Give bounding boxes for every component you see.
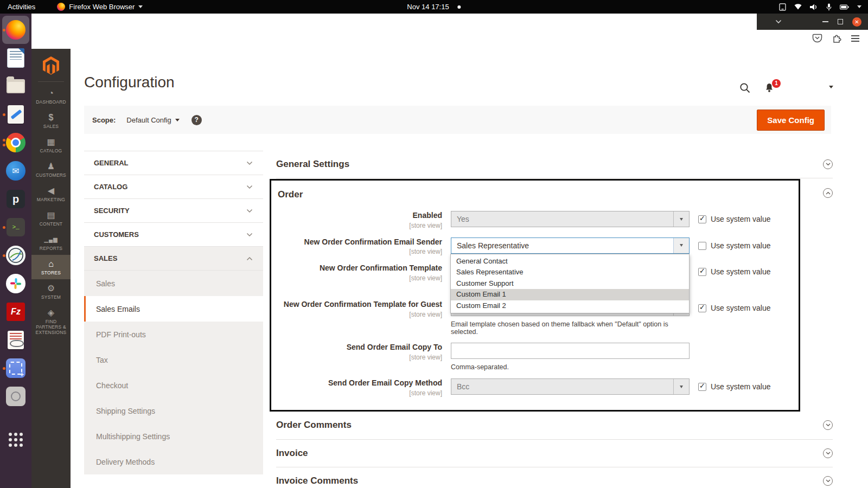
dock-p-app[interactable]: p	[2, 185, 29, 213]
save-config-button[interactable]: Save Config	[757, 110, 825, 131]
dropdown-option-highlighted[interactable]: Custom Email 1	[451, 289, 689, 300]
magento-logo[interactable]	[38, 49, 64, 82]
nav-item-sales-emails[interactable]: Sales Emails	[84, 296, 263, 322]
notification-count-badge: 1	[772, 79, 781, 88]
dropdown-option[interactable]: General Contact	[451, 256, 689, 267]
scope-help-icon[interactable]: ?	[192, 115, 202, 125]
pocket-icon[interactable]	[812, 33, 822, 43]
sidebar-item-marketing[interactable]: ◀MARKETING	[31, 182, 71, 206]
use-system-value-checkbox[interactable]: Use system value	[698, 264, 770, 292]
sidebar-item-dashboard[interactable]: ◔DASHBOARD	[31, 84, 71, 108]
sidebar-item-customers[interactable]: ♟CUSTOMERS	[31, 157, 71, 182]
dock-filezilla[interactable]: Fz	[2, 298, 29, 326]
nav-item-checkout[interactable]: Checkout	[84, 373, 263, 398]
dock-app-grid[interactable]	[2, 426, 29, 454]
nav-item-tax[interactable]: Tax	[84, 347, 263, 373]
nav-item-shipping-settings[interactable]: Shipping Settings	[84, 398, 263, 423]
firefox-toolbar-icons	[812, 33, 859, 43]
scope-switcher[interactable]: Default Config	[126, 116, 179, 124]
dock-screenshot-tool[interactable]	[2, 354, 29, 382]
chevron-down-circle-icon[interactable]	[823, 420, 833, 430]
checkbox-checked-icon[interactable]	[698, 383, 706, 391]
thunderbird-icon: ✉	[6, 161, 25, 181]
dropdown-option[interactable]: Sales Representative	[451, 267, 689, 278]
scope-label: Scope:	[92, 116, 116, 124]
chevron-up-circle-icon[interactable]	[823, 188, 833, 198]
dock-firefox[interactable]	[2, 16, 29, 44]
sidebar-item-find-partners[interactable]: ◈FIND PARTNERS & EXTENSIONS	[31, 304, 71, 339]
dock-circle-app[interactable]	[2, 241, 29, 269]
nav-item-delivery-methods[interactable]: Delivery Methods	[84, 449, 263, 474]
use-system-value-checkbox[interactable]: Use system value	[698, 237, 770, 256]
list-tabs-chevron-icon[interactable]	[775, 20, 782, 24]
use-system-value-checkbox[interactable]: Use system value	[698, 378, 770, 397]
dock-settings-app[interactable]	[2, 382, 29, 410]
nav-group-general[interactable]: GENERAL	[84, 151, 263, 175]
sidebar-item-content[interactable]: ▤CONTENT	[31, 206, 71, 230]
circle-app-icon	[6, 246, 25, 265]
restore-button[interactable]	[838, 19, 843, 24]
section-invoice-comments[interactable]: Invoice Comments	[276, 467, 833, 488]
notifications-bell-icon[interactable]: 1	[764, 82, 775, 95]
checkbox-checked-icon[interactable]	[698, 304, 706, 312]
dropdown-option[interactable]: Customer Support	[451, 278, 689, 290]
close-button[interactable]: ✕	[852, 17, 861, 27]
system-tray[interactable]	[779, 3, 861, 11]
chevron-down-circle-icon[interactable]	[823, 448, 833, 458]
clock[interactable]: Nov 14 17:15	[407, 3, 461, 11]
checkbox-checked-icon[interactable]	[698, 215, 706, 223]
nav-item-sales[interactable]: Sales	[84, 271, 263, 296]
chevron-down-icon	[246, 209, 253, 213]
email-copy-to-input[interactable]	[451, 343, 690, 359]
use-system-value-checkbox[interactable]: Use system value	[698, 300, 770, 336]
nav-group-security[interactable]: SECURITY	[84, 199, 263, 223]
search-icon[interactable]	[739, 82, 751, 96]
section-general-settings[interactable]: General Settings	[276, 151, 833, 178]
dock-libreoffice-writer[interactable]	[2, 44, 29, 72]
chevron-down-circle-icon[interactable]	[823, 159, 833, 169]
nav-group-customers[interactable]: CUSTOMERS	[84, 223, 263, 247]
checkbox-unchecked-icon[interactable]	[698, 242, 706, 250]
section-invoice[interactable]: Invoice	[276, 439, 833, 467]
section-order-comments[interactable]: Order Comments	[276, 412, 833, 439]
sidebar-item-sales[interactable]: $SALES	[31, 108, 71, 133]
checkbox-checked-icon[interactable]	[698, 268, 706, 276]
browser-viewport: ◔DASHBOARD $SALES ▦CATALOG ♟CUSTOMERS ◀M…	[31, 49, 868, 488]
nav-item-multishipping-settings[interactable]: Multishipping Settings	[84, 423, 263, 449]
clock-label: Nov 14 17:15	[407, 3, 449, 11]
extensions-puzzle-icon[interactable]	[832, 33, 842, 43]
dock-document-viewer[interactable]	[2, 326, 29, 354]
activities-button[interactable]: Activities	[8, 3, 35, 11]
chevron-down-icon	[246, 233, 253, 237]
dock-slack[interactable]	[2, 269, 29, 298]
use-system-value-checkbox[interactable]: Use system value	[698, 211, 770, 229]
sidebar-item-catalog[interactable]: ▦CATALOG	[31, 133, 71, 157]
sidebar-item-system[interactable]: ⚙SYSTEM	[31, 279, 71, 304]
dock-files[interactable]	[2, 72, 29, 100]
sidebar-item-stores[interactable]: ⌂STORES	[31, 255, 71, 279]
sidebar-item-reports[interactable]: ▁▄▆REPORTS	[31, 230, 71, 255]
email-sender-dropdown-list: General Contact Sales Representative Cus…	[450, 254, 690, 314]
find-partners-icon: ◈	[33, 308, 69, 317]
email-sender-select-open[interactable]: Sales Representative	[451, 237, 690, 254]
minimize-button[interactable]	[822, 21, 828, 22]
admin-user-caret-icon[interactable]	[829, 86, 833, 88]
dock-thunderbird[interactable]: ✉	[2, 157, 29, 185]
copy-method-select[interactable]: Bcc	[451, 378, 690, 395]
app-menu[interactable]: Firefox Web Browser	[57, 3, 143, 11]
dropdown-option[interactable]: Custom Email 2	[451, 300, 689, 312]
dashboard-icon: ◔	[33, 88, 69, 98]
nav-item-pdf-print-outs[interactable]: PDF Print-outs	[84, 322, 263, 347]
enabled-select[interactable]: Yes	[451, 211, 690, 227]
menu-hamburger-icon[interactable]	[851, 35, 859, 42]
stores-icon: ⌂	[33, 259, 69, 268]
dock-terminal[interactable]: >_	[2, 213, 29, 241]
nav-group-sales[interactable]: SALES	[84, 247, 263, 271]
dock-chrome[interactable]	[2, 129, 29, 157]
nav-group-catalog[interactable]: CATALOG	[84, 175, 263, 199]
chevron-down-circle-icon[interactable]	[823, 476, 833, 486]
firefox-icon	[6, 20, 25, 40]
content-icon: ▤	[33, 210, 69, 220]
chevron-down-icon	[246, 161, 253, 165]
dock-text-editor[interactable]	[2, 100, 29, 129]
